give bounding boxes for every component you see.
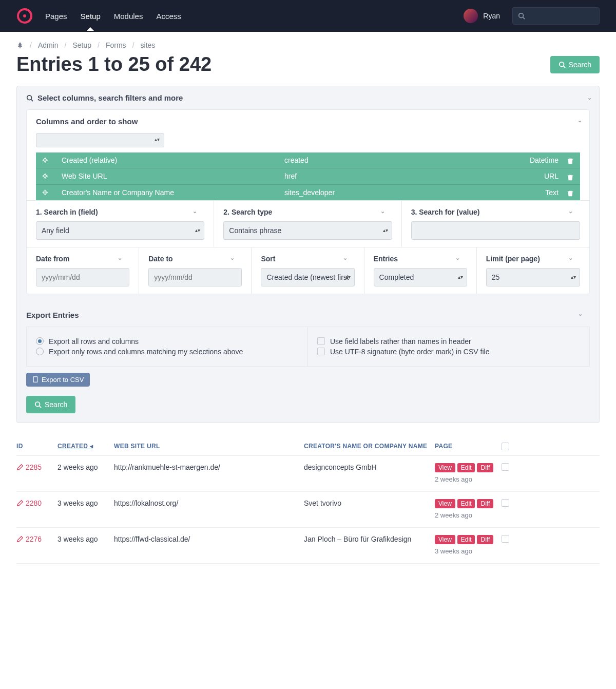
svg-point-5 [559, 62, 564, 66]
export-csv-button[interactable]: Export to CSV [26, 373, 90, 387]
diff-button[interactable]: Diff [477, 499, 493, 508]
limit-select[interactable]: 25 [486, 268, 580, 286]
search-button-bottom[interactable]: Search [26, 396, 75, 413]
entries-select[interactable]: Completed [374, 268, 467, 286]
date-to-input[interactable] [148, 268, 242, 286]
row-created: 3 weeks ago [57, 499, 114, 507]
search-icon [559, 61, 566, 68]
column-row: ✥ Web Site URL href URL [36, 168, 580, 184]
drag-icon[interactable]: ✥ [42, 156, 62, 164]
file-icon [32, 376, 38, 382]
drag-icon[interactable]: ✥ [42, 172, 62, 180]
trash-icon[interactable] [559, 188, 574, 197]
export-all-radio[interactable]: Export all rows and columns [36, 337, 298, 346]
chevron-down-icon: ⌄ [587, 94, 592, 101]
tree-icon[interactable] [16, 42, 24, 49]
nav-setup[interactable]: Setup [81, 2, 101, 31]
row-created: 2 weeks ago [57, 463, 114, 471]
column-row: ✥ Creator's Name or Company Name sites_d… [36, 184, 580, 200]
trash-icon[interactable] [559, 156, 574, 164]
username: Ryan [483, 12, 500, 20]
chevron-down-icon: ⌄ [568, 255, 573, 261]
search-icon [518, 12, 525, 20]
column-select[interactable]: ▴▾ [36, 133, 164, 147]
table-row: 2280 3 weeks ago https://lokalnost.org/ … [16, 492, 600, 528]
row-url: http://rankmuehle-st-maergen.de/ [114, 463, 304, 471]
filter-head[interactable]: Select columns, search filters and more … [17, 86, 599, 109]
type-select[interactable]: Contains phrase [223, 221, 392, 240]
row-creator: Svet tvorivo [304, 499, 435, 507]
bom-check[interactable]: Use UTF-8 signature (byte order mark) in… [317, 348, 580, 356]
th-url[interactable]: WEB SITE URL [114, 443, 304, 450]
columns-head[interactable]: Columns and order to show ⌄ [27, 110, 589, 133]
svg-point-7 [27, 95, 32, 100]
export-card: Export Entries ⌄ Export all rows and col… [26, 303, 590, 387]
top-search[interactable] [512, 7, 600, 25]
labels-check[interactable]: Use field labels rather than names in he… [317, 337, 580, 346]
row-check[interactable] [502, 463, 509, 471]
export-head[interactable]: Export Entries ⌄ [26, 303, 590, 327]
th-creator[interactable]: CREATOR'S NAME OR COMPANY NAME [304, 443, 435, 450]
chevron-down-icon: ⌄ [192, 208, 197, 215]
view-button[interactable]: View [435, 463, 455, 472]
svg-rect-4 [20, 47, 21, 49]
edit-button[interactable]: Edit [457, 463, 475, 472]
sort-select[interactable]: Created date (newest first) [261, 268, 354, 286]
trash-icon[interactable] [559, 172, 574, 180]
row-id-link[interactable]: 2285 [16, 463, 57, 471]
row-page-time: 2 weeks ago [435, 475, 472, 483]
search-button[interactable]: Search [550, 56, 600, 73]
breadcrumb: / Admin / Setup / Forms / sites [0, 32, 616, 53]
th-page[interactable]: PAGE [435, 443, 502, 450]
row-url: https://lokalnost.org/ [114, 499, 304, 507]
chevron-down-icon: ⌄ [578, 311, 583, 317]
filter-panel: Select columns, search filters and more … [16, 86, 600, 423]
top-nav: Pages Setup Modules Access [45, 2, 181, 31]
chevron-down-icon: ⌄ [118, 255, 122, 261]
chevron-down-icon: ⌄ [230, 255, 235, 261]
nav-pages[interactable]: Pages [45, 2, 67, 31]
date-from-input[interactable] [36, 268, 129, 286]
avatar [464, 9, 478, 23]
row-id-link[interactable]: 2280 [16, 499, 57, 507]
row-creator: Jan Ploch – Büro für Grafikdesign [304, 535, 435, 543]
svg-line-8 [31, 99, 33, 101]
row-page-time: 3 weeks ago [435, 547, 472, 555]
nav-modules[interactable]: Modules [114, 2, 143, 31]
row-check[interactable] [502, 499, 509, 507]
crumb-setup[interactable]: Setup [72, 41, 91, 49]
svg-line-3 [523, 17, 525, 20]
page-title: Entries 1 to 25 of 242 [16, 53, 211, 75]
field-select[interactable]: Any field [36, 221, 204, 240]
entries-table: ID CREATED ◂ WEB SITE URL CREATOR'S NAME… [16, 437, 600, 564]
crumb-sites[interactable]: sites [141, 41, 156, 49]
search-icon [34, 401, 42, 408]
svg-line-11 [40, 406, 42, 408]
user-menu[interactable]: Ryan [464, 9, 500, 23]
chevron-down-icon: ⌄ [568, 208, 573, 215]
chevron-down-icon: ⌄ [578, 117, 582, 124]
edit-button[interactable]: Edit [457, 535, 475, 544]
nav-access[interactable]: Access [156, 2, 181, 31]
svg-point-2 [519, 13, 524, 18]
export-filtered-radio[interactable]: Export only rows and columns matching my… [36, 348, 298, 356]
table-row: 2285 2 weeks ago http://rankmuehle-st-ma… [16, 456, 600, 492]
crumb-forms[interactable]: Forms [106, 41, 126, 49]
value-input[interactable] [411, 221, 580, 240]
view-button[interactable]: View [435, 499, 455, 508]
svg-point-10 [35, 402, 40, 407]
diff-button[interactable]: Diff [477, 463, 493, 472]
select-all-check[interactable] [502, 443, 509, 450]
chevron-down-icon: ⌄ [343, 255, 348, 261]
crumb-admin[interactable]: Admin [38, 41, 59, 49]
view-button[interactable]: View [435, 535, 455, 544]
row-check[interactable] [502, 535, 509, 543]
th-id[interactable]: ID [16, 443, 57, 450]
chevron-down-icon: ⌄ [380, 208, 385, 215]
drag-icon[interactable]: ✥ [42, 188, 62, 197]
row-id-link[interactable]: 2276 [16, 535, 57, 543]
column-row: ✥ Created (relative) created Datetime [36, 152, 580, 168]
diff-button[interactable]: Diff [477, 535, 493, 544]
edit-button[interactable]: Edit [457, 499, 475, 508]
th-created[interactable]: CREATED ◂ [57, 443, 114, 450]
